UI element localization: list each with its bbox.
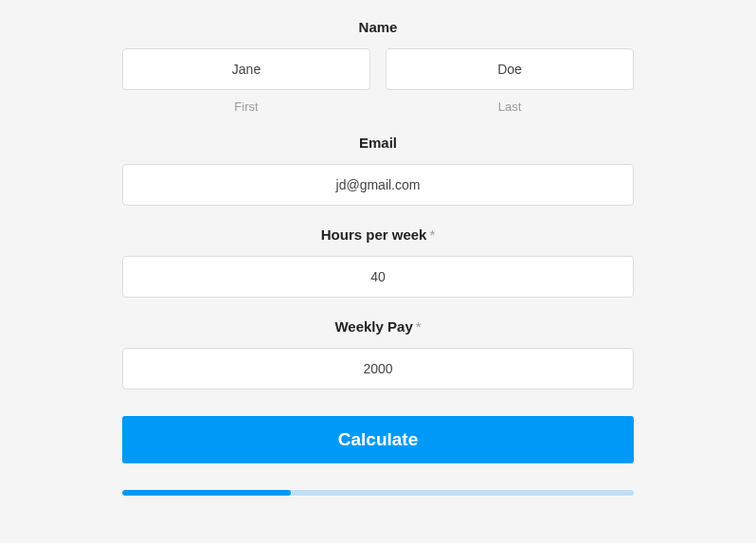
name-row: First Last (122, 48, 634, 114)
hours-required-icon: * (429, 226, 435, 243)
pay-required-icon: * (416, 318, 422, 335)
last-name-input[interactable] (386, 48, 634, 90)
hours-field-group: Hours per week* (122, 226, 634, 298)
pay-field-group: Weekly Pay* (122, 318, 634, 389)
email-label: Email (122, 135, 634, 151)
pay-input[interactable] (122, 348, 634, 389)
first-name-sublabel: First (122, 100, 370, 114)
pay-label: Weekly Pay* (122, 318, 634, 335)
name-label: Name (122, 19, 634, 35)
progress-bar (122, 490, 634, 496)
hours-input[interactable] (122, 256, 634, 298)
hours-label: Hours per week* (122, 226, 634, 243)
form-container: Name First Last Email Hours per week* We… (122, 0, 634, 496)
first-name-col: First (122, 48, 370, 114)
last-name-col: Last (386, 48, 634, 114)
last-name-sublabel: Last (386, 100, 634, 114)
first-name-input[interactable] (122, 48, 370, 90)
email-field-group: Email (122, 135, 634, 206)
hours-label-text: Hours per week (321, 226, 427, 243)
email-input[interactable] (122, 164, 634, 206)
progress-fill (122, 490, 291, 496)
name-field-group: Name First Last (122, 19, 634, 114)
pay-label-text: Weekly Pay (334, 318, 412, 335)
calculate-button[interactable]: Calculate (122, 416, 634, 463)
